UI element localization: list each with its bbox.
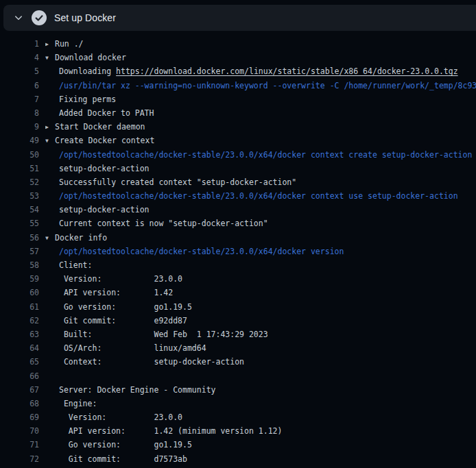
line-number[interactable]: 49 (0, 134, 39, 147)
log-command-text: /usr/bin/tar xz --warning=no-unknown-key… (45, 79, 476, 93)
log-line: 50/opt/hostedtoolcache/docker-stable/23.… (0, 148, 476, 162)
log-line: 66 (0, 369, 476, 383)
line-number[interactable]: 70 (0, 424, 39, 438)
log-line: 65 Context: setup-docker-action (0, 355, 476, 369)
line-number[interactable]: 67 (0, 383, 39, 397)
log-text: Fixing perms (45, 93, 476, 106)
line-number[interactable]: 9 (0, 120, 39, 134)
log-line: 54setup-docker-action (0, 203, 476, 217)
line-number[interactable]: 65 (0, 355, 39, 369)
log-text: ▶Start Docker daemon (45, 120, 476, 134)
line-number[interactable]: 54 (0, 203, 39, 217)
line-number[interactable]: 71 (0, 438, 39, 452)
log-line: 72 Git commit: d7573ab (0, 452, 476, 466)
line-number[interactable]: 1 (0, 37, 39, 51)
line-number[interactable]: 53 (0, 189, 39, 203)
triangle-down-icon: ▼ (45, 232, 55, 245)
log-group-line[interactable]: 9▶Start Docker daemon (0, 120, 476, 134)
log-text: Successfully created context "setup-dock… (45, 175, 476, 189)
line-number[interactable]: 58 (0, 258, 39, 272)
log-line: 64 OS/Arch: linux/amd64 (0, 341, 476, 355)
group-title: Run ./ (55, 39, 84, 49)
group-title: Download docker (55, 53, 126, 62)
line-number[interactable]: 8 (0, 106, 39, 120)
group-title: Create Docker context (55, 136, 154, 145)
triangle-down-icon: ▼ (45, 134, 55, 147)
log-command-text: /opt/hostedtoolcache/docker-stable/23.0.… (45, 189, 476, 203)
line-number[interactable]: 6 (0, 79, 39, 93)
log-line: 6/usr/bin/tar xz --warning=no-unknown-ke… (0, 79, 476, 93)
log-text: API version: 1.42 (minimum version 1.12) (45, 424, 476, 438)
triangle-right-icon: ▶ (45, 38, 55, 51)
log-line: 52Successfully created context "setup-do… (0, 175, 476, 189)
line-number[interactable]: 66 (0, 369, 39, 383)
log-text: Built: Wed Feb 1 17:43:29 2023 (45, 328, 476, 341)
line-number[interactable]: 7 (0, 93, 39, 106)
log-container: 1▶Run ./4▼Download docker5Downloading ht… (0, 31, 476, 468)
line-number[interactable]: 59 (0, 272, 39, 286)
log-group-line[interactable]: 56▼Docker info (0, 231, 476, 245)
chevron-down-icon[interactable] (13, 12, 24, 23)
log-line: 69 Version: 23.0.0 (0, 410, 476, 424)
line-number[interactable]: 50 (0, 148, 39, 162)
log-text: Version: 23.0.0 (45, 410, 476, 424)
line-number[interactable]: 5 (0, 64, 39, 78)
log-line: 55Current context is now "setup-docker-a… (0, 217, 476, 230)
line-number[interactable]: 63 (0, 328, 39, 341)
log-line: 60 API version: 1.42 (0, 286, 476, 299)
line-number[interactable]: 56 (0, 231, 39, 245)
log-command-text: /opt/hostedtoolcache/docker-stable/23.0.… (45, 148, 476, 162)
line-number[interactable]: 62 (0, 314, 39, 328)
log-text: Added Docker to PATH (45, 106, 476, 120)
group-title: Start Docker daemon (55, 122, 145, 132)
log-group-line[interactable]: 4▼Download docker (0, 51, 476, 64)
log-text: setup-docker-action (45, 162, 476, 175)
log-text: Go version: go1.19.5 (45, 300, 476, 314)
log-line: 51setup-docker-action (0, 162, 476, 175)
log-text (45, 369, 476, 383)
log-line: 57/opt/hostedtoolcache/docker-stable/23.… (0, 245, 476, 258)
line-number[interactable]: 51 (0, 162, 39, 175)
step-title: Set up Docker (54, 12, 116, 23)
log-line: 70 API version: 1.42 (minimum version 1.… (0, 424, 476, 438)
log-group-line[interactable]: 49▼Create Docker context (0, 134, 476, 147)
log-text: setup-docker-action (45, 203, 476, 217)
check-circle-icon (32, 10, 47, 25)
log-line: 71 Go version: go1.19.5 (0, 438, 476, 452)
line-number[interactable]: 61 (0, 300, 39, 314)
log-text: Git commit: d7573ab (45, 452, 476, 466)
log-text: Client: (45, 258, 476, 272)
log-text: API version: 1.42 (45, 286, 476, 299)
log-line: 61 Go version: go1.19.5 (0, 300, 476, 314)
log-text: Git commit: e92dd87 (45, 314, 476, 328)
log-line: 68 Engine: (0, 397, 476, 410)
step-header-set-up-docker[interactable]: Set up Docker (3, 5, 476, 31)
log-command-text: /opt/hostedtoolcache/docker-stable/23.0.… (45, 245, 476, 258)
log-link[interactable]: https://download.docker.com/linux/static… (116, 66, 458, 76)
log-text: Engine: (45, 397, 476, 410)
log-text: Downloading https://download.docker.com/… (45, 64, 476, 78)
line-number[interactable]: 4 (0, 51, 39, 64)
line-number[interactable]: 57 (0, 245, 39, 258)
line-number[interactable]: 52 (0, 175, 39, 189)
log-line: 58Client: (0, 258, 476, 272)
line-number[interactable]: 72 (0, 452, 39, 466)
log-text: ▼Create Docker context (45, 134, 476, 147)
log-text: ▶Run ./ (45, 37, 476, 51)
log-text: Go version: go1.19.5 (45, 438, 476, 452)
line-number[interactable]: 69 (0, 410, 39, 424)
triangle-down-icon: ▼ (45, 51, 55, 64)
log-line: 62 Git commit: e92dd87 (0, 314, 476, 328)
line-number[interactable]: 55 (0, 217, 39, 230)
line-number[interactable]: 60 (0, 286, 39, 299)
line-number[interactable]: 64 (0, 341, 39, 355)
log-text: OS/Arch: linux/amd64 (45, 341, 476, 355)
line-number[interactable]: 68 (0, 397, 39, 410)
log-line: 63 Built: Wed Feb 1 17:43:29 2023 (0, 328, 476, 341)
group-title: Docker info (55, 233, 107, 243)
log-group-line[interactable]: 1▶Run ./ (0, 37, 476, 51)
log-text: Context: setup-docker-action (45, 355, 476, 369)
log-line: 5Downloading https://download.docker.com… (0, 64, 476, 78)
log-text: Server: Docker Engine - Community (45, 383, 476, 397)
log-text: ▼Download docker (45, 51, 476, 64)
